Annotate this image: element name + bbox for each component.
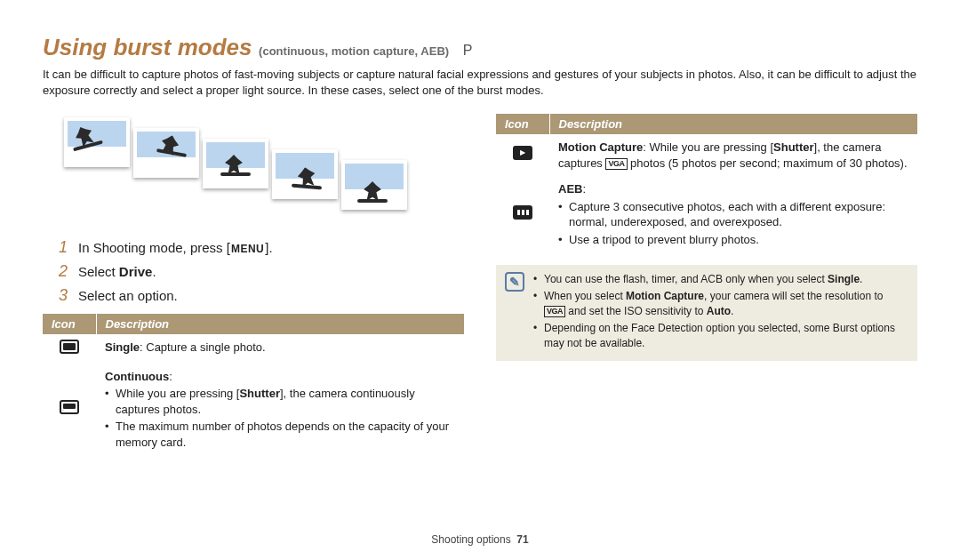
thumbnail-1 — [64, 117, 130, 167]
aeb-mode-icon — [513, 205, 532, 220]
motion-capture-icon — [513, 146, 532, 160]
burst-thumbnails — [43, 114, 464, 215]
table-row: Motion Capture: While you are pressing [… — [496, 134, 917, 176]
desc-single: Single: Capture a single photo. — [96, 334, 464, 364]
list-item: You can use the flash, timer, and ACB on… — [533, 272, 907, 287]
burst-table-left: Icon Description Single: Capture a singl… — [43, 314, 464, 455]
table-row: AEB: Capture 3 consecutive photos, each … — [496, 176, 917, 252]
table-row: Continuous: While you are pressing [Shut… — [43, 364, 464, 456]
thumbnail-3 — [203, 139, 268, 188]
step-1: 1 In Shooting mode, press [MENU]. — [59, 238, 464, 257]
col-description: Description — [96, 314, 464, 334]
burst-table-right: Icon Description Motion Capture: While y… — [496, 114, 917, 252]
vga-icon: VGA — [605, 158, 627, 170]
title-mode-p: P — [463, 43, 473, 58]
step-text: Select an option. — [78, 286, 178, 305]
step-text: In Shooting mode, press [MENU]. — [78, 238, 273, 257]
title-subtitle: (continuous, motion capture, AEB) — [259, 44, 449, 58]
list-item: When you select Motion Capture, your cam… — [533, 289, 907, 319]
thumbnail-5 — [341, 160, 407, 210]
left-column: 1 In Shooting mode, press [MENU]. 2 Sele… — [43, 114, 464, 455]
step-text: Select Drive. — [78, 262, 156, 281]
step-number: 2 — [59, 262, 78, 281]
step-number: 1 — [59, 238, 78, 257]
page-footer: Shooting options 71 — [0, 533, 960, 546]
note-icon: ✎ — [505, 272, 524, 292]
continuous-mode-icon — [60, 400, 79, 414]
single-mode-icon — [60, 340, 79, 354]
list-item: Use a tripod to prevent blurry photos. — [558, 232, 908, 248]
list-item: While you are pressing [Shutter], the ca… — [105, 386, 455, 417]
step-3: 3 Select an option. — [59, 286, 464, 305]
right-column: Icon Description Motion Capture: While y… — [496, 114, 917, 455]
intro-paragraph: It can be difficult to capture photos of… — [43, 67, 917, 98]
list-item: Capture 3 consecutive photos, each with … — [558, 199, 908, 230]
page-title: Using burst modes (continuous, motion ca… — [43, 34, 917, 61]
title-main: Using burst modes — [43, 34, 252, 60]
page-number: 71 — [516, 533, 528, 546]
desc-motion-capture: Motion Capture: While you are pressing [… — [549, 134, 917, 176]
menu-button-icon: MENU — [230, 242, 265, 257]
note-box: ✎ You can use the flash, timer, and ACB … — [496, 265, 917, 361]
step-list: 1 In Shooting mode, press [MENU]. 2 Sele… — [59, 238, 464, 305]
desc-aeb: AEB: Capture 3 consecutive photos, each … — [549, 176, 917, 252]
desc-continuous: Continuous: While you are pressing [Shut… — [96, 364, 464, 456]
list-item: Depending on the Face Detection option y… — [533, 321, 907, 351]
list-item: The maximum number of photos depends on … — [105, 419, 455, 450]
thumbnail-2 — [133, 128, 199, 178]
col-icon: Icon — [496, 114, 549, 134]
footer-section: Shooting options — [431, 533, 510, 546]
col-description: Description — [549, 114, 917, 134]
step-number: 3 — [59, 286, 78, 305]
col-icon: Icon — [43, 314, 96, 334]
vga-icon: VGA — [544, 306, 565, 317]
thumbnail-4 — [272, 149, 338, 199]
table-row: Single: Capture a single photo. — [43, 334, 464, 364]
step-2: 2 Select Drive. — [59, 262, 464, 281]
